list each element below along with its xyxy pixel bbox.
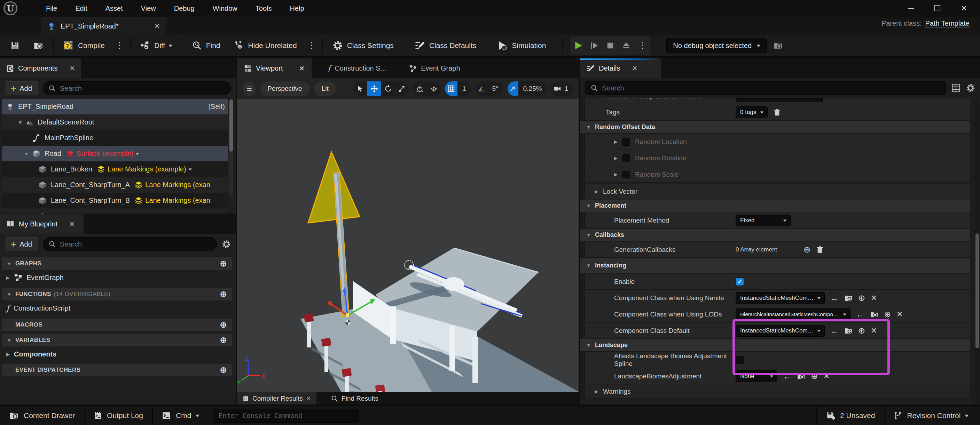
select-tool-icon[interactable] <box>353 81 367 96</box>
content-drawer-button[interactable]: Content Drawer <box>0 406 84 425</box>
plus-circle-icon[interactable]: ⊕ <box>858 326 865 336</box>
menu-tools[interactable]: Tools <box>247 0 281 17</box>
cmd-button[interactable]: Cmd ▾ <box>153 406 208 425</box>
browse-to-asset-icon[interactable] <box>844 294 853 302</box>
category-random-offset-data[interactable]: ▼ Random Offset Data <box>580 121 970 133</box>
snap-axes-icon[interactable] <box>427 81 441 96</box>
details-search-input[interactable] <box>602 84 940 92</box>
camera-speed-value[interactable]: 1 <box>564 81 573 96</box>
expander-right-icon[interactable]: ▶ <box>6 352 10 357</box>
components-search[interactable] <box>43 81 231 95</box>
section-event-dispatchers[interactable]: EVENT DISPATCHERS ⊕ <box>2 364 232 376</box>
output-log-button[interactable]: Output Log <box>84 406 152 425</box>
components-scrollbar[interactable] <box>229 99 233 196</box>
details-settings-gear-icon[interactable] <box>966 84 975 92</box>
use-selected-asset-icon[interactable]: ← <box>856 309 864 319</box>
details-panel-tab[interactable]: Details ✕ <box>580 59 661 78</box>
property-row-tags[interactable]: Tags 0 tags▾ <box>580 104 970 121</box>
property-row-component-class-nanite[interactable]: Component Class when Using Nanite Instan… <box>580 290 970 306</box>
section-graphs[interactable]: ▼ GRAPHS ⊕ <box>2 257 232 270</box>
revision-control-button[interactable]: Revision Control ▾ <box>885 406 980 425</box>
components-add-button[interactable]: + Add <box>5 81 38 95</box>
plus-circle-icon[interactable]: ⊕ <box>858 293 865 303</box>
category-warnings[interactable]: ▶Warnings <box>580 385 970 398</box>
material-override-lane-markings[interactable]: Lane Markings (exan <box>135 181 210 189</box>
component-row-mainpathspline[interactable]: MainPathSpline <box>2 130 228 146</box>
component-row-lane-cont-sharpturn-b[interactable]: Lane_Cont_SharpTurn_B Lane Markings (exa… <box>2 193 228 208</box>
property-row-landscapebiomesadjustment[interactable]: LandscapeBiomesAdjustment None▾ ← ⊕ ✕ <box>580 368 970 384</box>
angle-snap-value[interactable]: 5° <box>487 81 503 96</box>
stop-button[interactable] <box>602 36 618 55</box>
expander-right-icon[interactable]: ▶ <box>614 172 617 177</box>
property-row-random-rotation[interactable]: ▶Random Rotation <box>580 150 970 166</box>
add-event-dispatcher-icon[interactable]: ⊕ <box>220 365 227 375</box>
menu-asset[interactable]: Asset <box>96 0 132 17</box>
my-blueprint-search-input[interactable] <box>60 240 211 248</box>
expander-down-icon[interactable]: ▼ <box>7 261 15 266</box>
compiler-results-close-icon[interactable]: ✕ <box>306 395 311 402</box>
scale-tool-icon[interactable] <box>395 81 409 96</box>
category-instancing[interactable]: ▼ Instancing <box>580 258 970 273</box>
console-command-input[interactable] <box>219 412 353 419</box>
property-row-random-scale[interactable]: ▶Random Scale <box>580 167 970 182</box>
expander-right-icon[interactable]: ▶ <box>595 389 598 394</box>
random-scale-checkbox[interactable] <box>622 171 630 178</box>
item-eventgraph[interactable]: ▶ EventGraph <box>2 270 232 285</box>
tab-compiler-results[interactable]: Compiler Results ✕ <box>237 392 317 404</box>
my-blueprint-search[interactable] <box>43 237 217 251</box>
window-minimize-icon[interactable]: ─ <box>908 3 914 13</box>
save-button[interactable] <box>0 35 27 57</box>
camera-speed-icon[interactable] <box>551 81 564 96</box>
component-class-lods-dropdown[interactable]: HierarchicalInstancedStaticMeshComponent… <box>736 309 851 320</box>
diff-button[interactable]: Diff ▾ <box>133 35 179 57</box>
affects-landscape-biomes-checkbox[interactable] <box>736 356 744 364</box>
menu-help[interactable]: Help <box>281 0 313 17</box>
details-tab-close-icon[interactable]: ✕ <box>632 64 638 72</box>
material-override-surface[interactable]: Surface (example) ▾ <box>66 149 138 157</box>
property-row-random-location[interactable]: ▶Random Location <box>580 134 970 150</box>
add-graph-icon[interactable]: ⊕ <box>220 259 227 268</box>
browse-to-asset-icon[interactable] <box>870 310 878 319</box>
tab-find-results[interactable]: Find Results <box>326 392 384 404</box>
browse-to-asset-icon[interactable] <box>797 372 805 381</box>
browse-to-asset-icon[interactable] <box>844 327 853 335</box>
grid-snap-icon[interactable] <box>445 81 457 96</box>
category-placement[interactable]: ▼ Placement <box>580 200 970 212</box>
component-row-self[interactable]: EPT_SimpleRoad (Self) <box>2 99 228 114</box>
property-row-component-class-lods[interactable]: Component Class when Using LODs Hierarch… <box>580 306 970 322</box>
use-selected-asset-icon[interactable]: ← <box>783 371 791 381</box>
expander-right-icon[interactable]: ▶ <box>6 275 10 280</box>
find-button[interactable]: Find <box>185 35 228 57</box>
compile-button[interactable]: ? Compile <box>56 35 112 57</box>
trash-icon[interactable] <box>816 246 824 254</box>
console-command-field[interactable] <box>213 409 359 423</box>
class-settings-button[interactable]: Class Settings <box>326 35 401 57</box>
landscapebiomesadjustment-dropdown[interactable]: None▾ <box>736 370 777 382</box>
add-array-element-icon[interactable]: ⊕ <box>803 245 810 255</box>
clear-icon[interactable]: ✕ <box>871 326 877 335</box>
world-space-icon[interactable] <box>413 81 427 96</box>
frame-skip-button[interactable] <box>586 36 602 55</box>
category-callbacks[interactable]: ▼ Callbacks <box>580 229 970 241</box>
section-variables[interactable]: ▼ VARIABLES ⊕ <box>2 334 232 346</box>
placement-method-dropdown[interactable]: Fixed▾ <box>736 214 791 227</box>
expander-right-icon[interactable]: ▶ <box>595 189 598 194</box>
material-override-lane-markings[interactable]: Lane Markings (example) ▾ <box>97 165 191 173</box>
property-row-lock-vector[interactable]: ▶Lock Vector <box>580 184 970 199</box>
window-maximize-icon[interactable]: ☐ <box>933 3 941 13</box>
property-row-enable[interactable]: Enable ✓ <box>580 274 970 290</box>
hide-unrelated-button[interactable]: Hide Unrelated <box>228 35 304 57</box>
expander-down-icon[interactable]: ▼ <box>23 151 30 157</box>
add-function-icon[interactable]: ⊕ <box>220 289 227 299</box>
play-button[interactable] <box>570 36 586 55</box>
menu-view[interactable]: View <box>132 0 165 17</box>
components-panel-tab[interactable]: Components ✕ <box>0 59 81 78</box>
component-class-nanite-dropdown[interactable]: InstancedStaticMeshComponent▾ <box>736 292 825 304</box>
components-tab-close-icon[interactable]: ✕ <box>69 64 75 72</box>
component-row-lane-cont-sharpturn-a[interactable]: Lane_Cont_SharpTurn_A Lane Markings (exa… <box>2 177 228 193</box>
expander-down-icon[interactable]: ▼ <box>7 338 15 343</box>
item-components-category[interactable]: ▶ Components <box>2 346 232 362</box>
use-selected-asset-icon[interactable]: ← <box>830 293 838 303</box>
component-row-defaultsceneroot[interactable]: ▼ C DefaultSceneRoot <box>2 114 228 130</box>
expander-right-icon[interactable]: ▶ <box>614 139 617 144</box>
